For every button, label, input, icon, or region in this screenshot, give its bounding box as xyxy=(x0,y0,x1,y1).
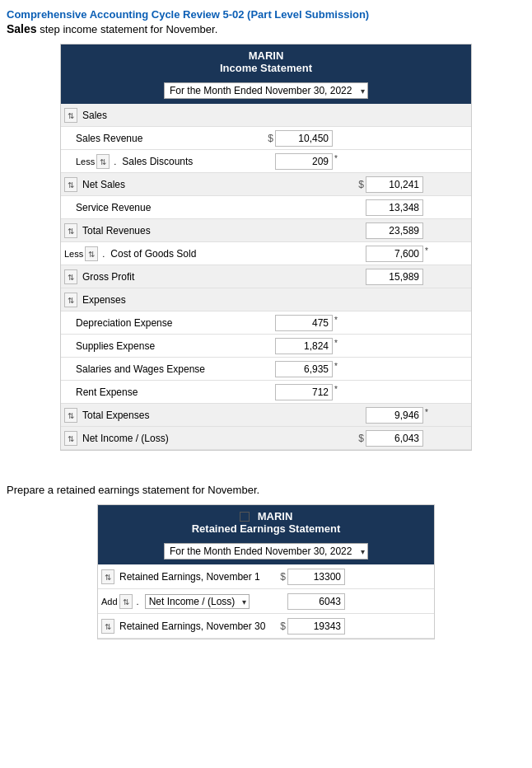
rent-value[interactable]: 712 * xyxy=(275,384,333,400)
row-sales-section: ⇅ Sales xyxy=(61,104,471,127)
salaries-mid: 6,935 * xyxy=(245,361,336,377)
rent-mid: 712 * xyxy=(245,384,336,400)
less-cogs-arrow[interactable]: ⇅ xyxy=(85,246,98,261)
sales-discounts-mid: 209 * xyxy=(245,153,336,170)
row-gross-profit: ⇅ Gross Profit 15,989 xyxy=(61,265,471,288)
gross-profit-value[interactable]: 15,989 xyxy=(366,269,423,285)
net-income-label: Net Income / (Loss) xyxy=(82,433,169,444)
sales-discounts-value[interactable]: 209 * xyxy=(275,153,333,170)
retained-nov1-value[interactable]: 13300 xyxy=(287,569,345,585)
expenses-label: Expenses xyxy=(82,294,126,306)
gross-profit-label-col: ⇅ Gross Profit xyxy=(64,269,245,284)
row-expenses-section: ⇅ Expenses xyxy=(61,288,471,311)
less-text: Less xyxy=(76,157,95,166)
add-label: Add ⇅ . xyxy=(101,594,139,609)
supplies-label: Supplies Expense xyxy=(76,340,155,352)
retained-nov1-label: Retained Earnings, November 1 xyxy=(119,571,260,583)
row-service-revenue: Service Revenue 13,348 xyxy=(61,196,471,219)
sales-revenue-value[interactable]: 10,450 xyxy=(275,130,333,147)
cogs-value[interactable]: 7,600 * xyxy=(366,246,423,262)
dot-add: . xyxy=(137,597,139,606)
net-income-value[interactable]: 6,043 xyxy=(366,430,423,447)
add-arrow[interactable]: ⇅ xyxy=(119,594,133,609)
supplies-mid: 1,824 * xyxy=(245,338,336,354)
total-revenues-arrow[interactable]: ⇅ xyxy=(64,223,77,238)
retained-nov30-arrow[interactable]: ⇅ xyxy=(101,619,114,634)
total-revenues-value[interactable]: 23,589 xyxy=(366,222,423,239)
net-sales-dollar: $ xyxy=(358,179,364,190)
rent-asterisk: * xyxy=(334,385,338,394)
dot-cogs: . xyxy=(102,249,105,259)
gross-profit-label: Gross Profit xyxy=(82,271,134,283)
spacer xyxy=(7,467,525,484)
service-revenue-value[interactable]: 13,348 xyxy=(366,199,423,216)
net-income-dollar: $ xyxy=(358,433,364,444)
retained-nov1-label-col: ⇅ Retained Earnings, November 1 xyxy=(101,569,266,584)
expenses-section-label-col: ⇅ Expenses xyxy=(64,293,245,307)
total-revenues-label: Total Revenues xyxy=(82,225,151,236)
sales-arrow[interactable]: ⇅ xyxy=(64,108,77,123)
retained-nov1-dollar: $ xyxy=(280,571,286,583)
net-sales-value[interactable]: 10,241 xyxy=(366,176,423,193)
sales-section-label: Sales xyxy=(82,110,107,121)
gross-profit-right: 15,989 xyxy=(336,269,427,285)
retained-nov30-mid: $ 19343 xyxy=(266,618,348,635)
less-arrow[interactable]: ⇅ xyxy=(96,154,110,169)
rent-label: Rent Expense xyxy=(76,386,138,398)
net-income-label-col: ⇅ Net Income / (Loss) xyxy=(64,431,245,446)
expenses-arrow[interactable]: ⇅ xyxy=(64,293,77,307)
gross-profit-arrow[interactable]: ⇅ xyxy=(64,269,77,284)
supplies-value[interactable]: 1,824 * xyxy=(275,338,333,354)
service-revenue-label: Service Revenue xyxy=(76,202,151,213)
retained-period-row: For the Month Ended November 30, 2022 xyxy=(98,540,434,564)
service-revenue-right: 13,348 xyxy=(336,199,427,216)
net-sales-arrow[interactable]: ⇅ xyxy=(64,177,77,192)
sales-revenue-label: Sales xyxy=(7,22,37,35)
total-expenses-arrow[interactable]: ⇅ xyxy=(64,408,77,423)
net-income-loss-wrapper[interactable]: Net Income / (Loss) xyxy=(145,594,250,609)
sales-revenue-dollar: $ xyxy=(268,133,273,144)
depreciation-label: Depreciation Expense xyxy=(76,317,172,329)
retained-nov30-label: Retained Earnings, November 30 xyxy=(119,620,265,632)
row-salaries: Salaries and Wages Expense 6,935 * xyxy=(61,358,471,381)
income-statement: MARIN Income Statement For the Month End… xyxy=(60,44,472,451)
checkbox-icon[interactable] xyxy=(240,512,250,522)
total-expenses-value[interactable]: 9,946 * xyxy=(366,407,423,424)
row-cogs: Less ⇅ . Cost of Goods Sold 7,600 * xyxy=(61,242,471,265)
retained-earnings-statement: MARIN Retained Earnings Statement For th… xyxy=(97,504,435,639)
net-sales-label-col: ⇅ Net Sales xyxy=(64,177,245,192)
retained-company: MARIN xyxy=(258,510,293,522)
sales-discounts-label: Sales Discounts xyxy=(122,156,193,167)
period-select[interactable]: For the Month Ended November 30, 2022 xyxy=(164,82,368,99)
supplies-label-col: Supplies Expense xyxy=(64,340,245,352)
net-sales-label: Net Sales xyxy=(82,179,125,190)
period-select-wrapper[interactable]: For the Month Ended November 30, 2022 xyxy=(164,82,368,99)
retained-period-wrapper[interactable]: For the Month Ended November 30, 2022 xyxy=(164,543,368,560)
net-income-arrow[interactable]: ⇅ xyxy=(64,431,77,446)
statement-type: Income Statement xyxy=(64,62,468,74)
rent-label-col: Rent Expense xyxy=(64,386,245,398)
add-net-income-value[interactable]: 6043 xyxy=(287,593,345,610)
row-net-income: ⇅ Net Income / (Loss) $ 6,043 xyxy=(61,427,471,450)
row-net-sales: ⇅ Net Sales $ 10,241 xyxy=(61,173,471,196)
retained-nov30-value[interactable]: 19343 xyxy=(287,618,345,635)
net-income-loss-select[interactable]: Net Income / (Loss) xyxy=(145,594,250,609)
asterisk: * xyxy=(334,154,338,163)
row-add-net-income: Add ⇅ . Net Income / (Loss) 6043 xyxy=(98,589,434,614)
less-cogs-label: Less ⇅ . xyxy=(64,246,105,261)
total-expenses-right: 9,946 * xyxy=(336,407,427,424)
total-expenses-label-col: ⇅ Total Expenses xyxy=(64,408,245,423)
salaries-value[interactable]: 6,935 * xyxy=(275,361,333,377)
retained-nov30-label-col: ⇅ Retained Earnings, November 30 xyxy=(101,619,266,634)
row-total-revenues: ⇅ Total Revenues 23,589 xyxy=(61,219,471,242)
less-label: Less ⇅ . xyxy=(76,154,116,169)
sales-revenue-label: Sales Revenue xyxy=(76,133,142,144)
cogs-label-col: Less ⇅ . Cost of Goods Sold xyxy=(64,246,245,261)
net-sales-right: $ 10,241 xyxy=(336,176,427,193)
total-revenues-right: 23,589 xyxy=(336,222,427,239)
retained-period-select[interactable]: For the Month Ended November 30, 2022 xyxy=(164,543,368,560)
cogs-right: 7,600 * xyxy=(336,246,427,262)
page-title: Comprehensive Accounting Cycle Review 5-… xyxy=(7,8,525,21)
depreciation-value[interactable]: 475 * xyxy=(275,315,333,331)
retained-nov1-arrow[interactable]: ⇅ xyxy=(101,569,114,584)
